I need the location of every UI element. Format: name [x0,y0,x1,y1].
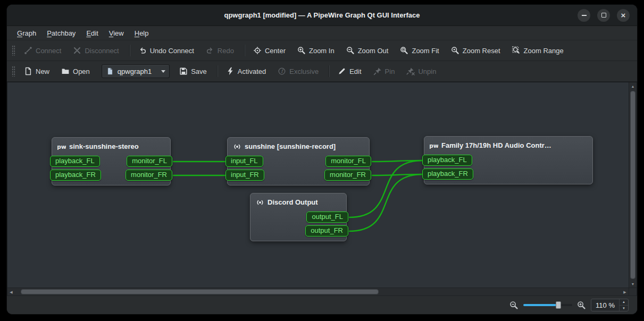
zoom-spin-up-button[interactable]: ▲ [620,299,628,305]
zoom-fit-button[interactable]: Zoom Fit [395,43,444,58]
pw-icon: pw [430,141,438,150]
save-button[interactable]: Save [174,64,212,79]
toolbar-drag-handle[interactable] [12,66,15,77]
disconnect-button-label: Disconnect [85,47,119,55]
node-sink[interactable]: pwsink-sunshine-stereoplayback_FLmonitor… [52,137,171,185]
center-button[interactable]: Center [248,43,290,58]
window-title: qpwgraph1 [modified] — A PipeWire Graph … [7,11,637,19]
node-header[interactable]: pwFamily 17h/19h HD Audio Contr… [424,137,592,153]
close-button[interactable]: × [617,9,630,22]
unpin-button: Unpin [402,64,441,79]
node-sunshine[interactable]: sunshine [sunshine-record]input_FLmonito… [227,137,370,185]
activated-icon [226,67,235,75]
toolbar-graph-actions: ConnectDisconnectUndo ConnectRedoCenterZ… [7,40,637,61]
port-family-playback_FL[interactable]: playback_FL [422,155,472,166]
center-icon [253,46,262,55]
node-header[interactable]: Discord Output [250,193,346,210]
maximize-button[interactable] [597,9,610,22]
zoom-fit-icon [400,46,408,55]
statusbar-zoom-in-icon[interactable] [577,301,586,310]
statusbar-zoom-out-icon[interactable] [509,301,518,310]
port-sunshine-monitor_FL[interactable]: monitor_FL [325,156,371,167]
toolbar-separator [329,65,330,77]
menu-help[interactable]: Help [130,28,154,39]
zoom-spinbox[interactable]: 110 % ▲ ▼ [591,299,629,311]
port-row: playback_FR [422,167,595,181]
port-sink-playback_FL[interactable]: playback_FL [50,156,100,167]
disconnect-icon [73,46,81,55]
speaker-icon [256,198,264,207]
redo-button-label: Redo [218,47,234,55]
node-header[interactable]: sunshine [sunshine-record] [228,138,369,154]
activated-button[interactable]: Activated [221,64,271,79]
zoom-range-button[interactable]: Zoom Range [507,43,568,58]
horizontal-scroll-track[interactable] [15,288,621,295]
port-discord-output_FR[interactable]: output_FR [305,225,348,236]
port-spacer [592,174,595,174]
menubar: GraphPatchbayEditViewHelp [7,26,637,40]
new-icon [24,67,32,75]
graph-canvas[interactable]: pwsink-sunshine-stereoplayback_FLmonitor… [7,82,637,295]
menu-view[interactable]: View [104,28,129,39]
zoom-in-icon [297,46,306,55]
port-sink-playback_FR[interactable]: playback_FR [50,170,101,181]
minimize-button[interactable] [578,9,590,22]
port-row: output_FL [248,210,348,224]
zoom-slider-groove[interactable] [523,304,572,306]
exclusive-button-label: Exclusive [289,67,319,75]
port-sunshine-input_FL[interactable]: input_FL [225,156,263,167]
vertical-scrollbar[interactable]: ▲ ▼ [629,82,637,288]
port-discord-output_FL[interactable]: output_FL [306,212,348,223]
zoom-reset-button[interactable]: Zoom Reset [446,43,505,58]
zoom-out-button-label: Zoom Out [358,47,389,55]
zoom-fit-button-label: Zoom Fit [412,47,439,55]
port-row: playback_FRmonitor_FR [50,168,172,182]
node-header[interactable]: pwsink-sunshine-stereo [52,138,170,154]
session-combobox[interactable]: qpwgraph1 [102,64,170,78]
menu-graph[interactable]: Graph [12,28,41,39]
node-discord[interactable]: Discord Outputoutput_FLoutput_FR [250,193,347,241]
svg-text:pw: pw [57,143,66,150]
port-sunshine-input_FR[interactable]: input_FR [225,170,264,181]
scroll-up-arrow[interactable]: ▲ [629,82,637,90]
redo-button: Redo [201,43,239,58]
open-button[interactable]: Open [56,64,95,79]
port-sink-monitor_FR[interactable]: monitor_FR [126,170,172,181]
zoom-spin-down-button[interactable]: ▼ [620,305,628,311]
exclusive-button: fExclusive [273,64,323,79]
unpin-button-label: Unpin [418,67,436,75]
titlebar[interactable]: qpwgraph1 [modified] — A PipeWire Graph … [7,5,637,26]
zoom-reset-icon [451,46,459,55]
undo-connect-button[interactable]: Undo Connect [133,43,199,58]
horizontal-scroll-thumb[interactable] [21,289,379,294]
toolbar-separator [244,45,245,56]
new-button-label: New [36,67,49,75]
scroll-down-arrow[interactable]: ▼ [629,280,637,288]
zoom-value[interactable]: 110 % [591,299,619,311]
port-sunshine-monitor_FR[interactable]: monitor_FR [324,170,371,181]
menu-edit[interactable]: Edit [81,28,103,39]
zoom-slider-handle[interactable] [556,301,561,309]
scroll-left-arrow[interactable]: ◀ [7,288,15,295]
toolbar-drag-handle[interactable] [12,45,15,56]
edit-icon [338,67,346,75]
horizontal-scrollbar[interactable]: ◀ ▶ [7,288,629,295]
svg-text:pw: pw [430,142,438,149]
zoom-out-icon [346,46,355,55]
vertical-scroll-thumb[interactable] [630,91,635,279]
zoom-out-button[interactable]: Zoom Out [341,43,394,58]
scroll-right-arrow[interactable]: ▶ [621,288,629,295]
statusbar: 110 % ▲ ▼ [7,295,637,314]
port-family-playback_FR[interactable]: playback_FR [422,168,473,180]
vertical-scroll-track[interactable] [629,90,637,280]
zoom-in-button[interactable]: Zoom In [292,43,339,58]
port-sink-monitor_FL[interactable]: monitor_FL [127,156,172,167]
maximize-icon [601,13,606,18]
node-family[interactable]: pwFamily 17h/19h HD Audio Contr…playback… [424,136,593,184]
menu-patchbay[interactable]: Patchbay [42,28,80,39]
zoom-slider[interactable] [523,301,572,309]
edit-button[interactable]: Edit [333,64,366,79]
new-button[interactable]: New [19,64,54,79]
graph-nodes-layer: pwsink-sunshine-stereoplayback_FLmonitor… [7,82,637,295]
open-button-label: Open [73,67,90,75]
